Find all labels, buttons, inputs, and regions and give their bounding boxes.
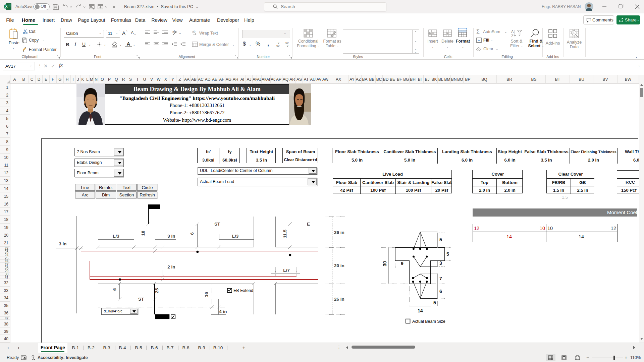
svg-text:3 in: 3 in [59, 241, 66, 246]
svg-text:4 in: 4 in [219, 309, 227, 314]
svg-text:X: X [5, 5, 8, 8]
svg-text:EB Extend: EB Extend [233, 288, 253, 293]
svg-text:5: 5 [446, 251, 449, 257]
svg-text:14: 14 [506, 234, 512, 239]
svg-text:ab: ab [172, 30, 176, 33]
svg-text:.00: .00 [285, 41, 289, 44]
svg-text:11.5: 11.5 [282, 229, 287, 238]
svg-text:E: E [307, 222, 310, 227]
svg-text:16: 16 [204, 292, 209, 297]
svg-text:A: A [511, 29, 514, 34]
svg-text:18: 18 [141, 231, 146, 236]
svg-text:10: 10 [540, 226, 545, 231]
svg-text:6: 6 [439, 289, 442, 294]
svg-text:→0: →0 [284, 44, 288, 47]
svg-text:.00: .00 [276, 44, 280, 47]
svg-text:14: 14 [579, 234, 584, 239]
svg-text:12: 12 [611, 226, 616, 231]
svg-text:12: 12 [474, 226, 479, 231]
svg-text:3: 3 [439, 260, 442, 266]
svg-text:10: 10 [547, 226, 553, 231]
svg-text:ab: ab [192, 30, 196, 33]
svg-text:L/3: L/3 [113, 234, 119, 239]
svg-text:26 in: 26 in [334, 230, 344, 235]
svg-text:←0: ←0 [275, 41, 279, 44]
svg-text:26 in: 26 in [334, 297, 344, 302]
svg-text:L/7: L/7 [283, 268, 290, 273]
svg-text:Actual Beam Size: Actual Beam Size [412, 319, 445, 324]
svg-text:L/3: L/3 [232, 234, 239, 239]
svg-text:Z: Z [511, 34, 514, 38]
svg-text:5: 5 [439, 237, 442, 242]
svg-text:ST: ST [138, 297, 144, 302]
svg-text:14: 14 [418, 308, 423, 313]
svg-text:ST: ST [214, 222, 220, 227]
svg-text:5: 5 [433, 300, 436, 305]
svg-text:6: 6 [190, 232, 195, 235]
svg-text:3 in: 3 in [167, 234, 175, 239]
svg-text:7: 7 [439, 276, 442, 281]
svg-text:25: 25 [154, 288, 159, 293]
svg-text:9: 9 [401, 261, 404, 266]
svg-text:20 in: 20 in [334, 263, 344, 268]
svg-text:2 in: 2 in [167, 264, 175, 269]
svg-text:6: 6 [112, 288, 117, 291]
svg-text:30: 30 [382, 261, 387, 266]
